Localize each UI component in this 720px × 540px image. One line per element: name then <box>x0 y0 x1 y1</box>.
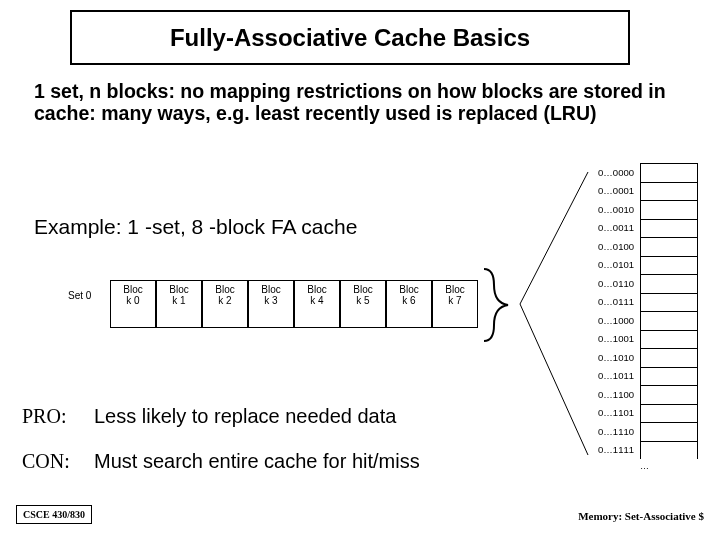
cache-row: Block 0 Block 1 Block 2 Block 3 Block 4 … <box>110 280 478 328</box>
brace-icon <box>480 265 516 345</box>
footer-left: CSCE 430/830 <box>16 505 92 524</box>
cache-block: Block 1 <box>156 280 202 328</box>
pro-text: Less likely to replace needed data <box>94 405 396 428</box>
pro-label: PRO: <box>22 405 94 428</box>
memory-row: 0…0010 <box>588 200 698 219</box>
svg-line-1 <box>520 304 588 455</box>
memory-row: 0…1110 <box>588 422 698 441</box>
memory-row: 0…0110 <box>588 274 698 293</box>
cache-block: Block 6 <box>386 280 432 328</box>
memory-row: 0…0011 <box>588 219 698 238</box>
memory-row: 0…0001 <box>588 182 698 201</box>
con-row: CON: Must search entire cache for hit/mi… <box>22 450 420 473</box>
title-box: Fully-Associative Cache Basics <box>70 10 630 65</box>
con-text: Must search entire cache for hit/miss <box>94 450 420 473</box>
pro-row: PRO: Less likely to replace needed data <box>22 405 396 428</box>
page-title: Fully-Associative Cache Basics <box>170 24 530 52</box>
memory-row: 0…1010 <box>588 348 698 367</box>
memory-row: 0…0111 <box>588 293 698 312</box>
cache-block: Block 2 <box>202 280 248 328</box>
memory-ellipsis: … <box>588 459 698 471</box>
cache-block: Block 0 <box>110 280 156 328</box>
example-label: Example: 1 -set, 8 -block FA cache <box>34 215 357 239</box>
memory-column: 0…0000 0…0001 0…0010 0…0011 0…0100 0…010… <box>588 163 698 471</box>
set-label: Set 0 <box>68 290 91 301</box>
cache-block: Block 3 <box>248 280 294 328</box>
footer-right: Memory: Set-Associative $ <box>578 510 704 522</box>
cache-block: Block 5 <box>340 280 386 328</box>
memory-row: 0…1001 <box>588 330 698 349</box>
cache-block: Block 7 <box>432 280 478 328</box>
memory-row: 0…1011 <box>588 367 698 386</box>
memory-row: 0…1000 <box>588 311 698 330</box>
cache-block: Block 4 <box>294 280 340 328</box>
memory-row: 0…0101 <box>588 256 698 275</box>
memory-row: 0…1111 <box>588 441 698 460</box>
memory-row: 0…1100 <box>588 385 698 404</box>
memory-row: 0…0100 <box>588 237 698 256</box>
memory-row: 0…1101 <box>588 404 698 423</box>
memory-row: 0…0000 <box>588 163 698 182</box>
svg-line-0 <box>520 172 588 304</box>
con-label: CON: <box>22 450 94 473</box>
description-text: 1 set, n blocks: no mapping restrictions… <box>34 80 684 125</box>
